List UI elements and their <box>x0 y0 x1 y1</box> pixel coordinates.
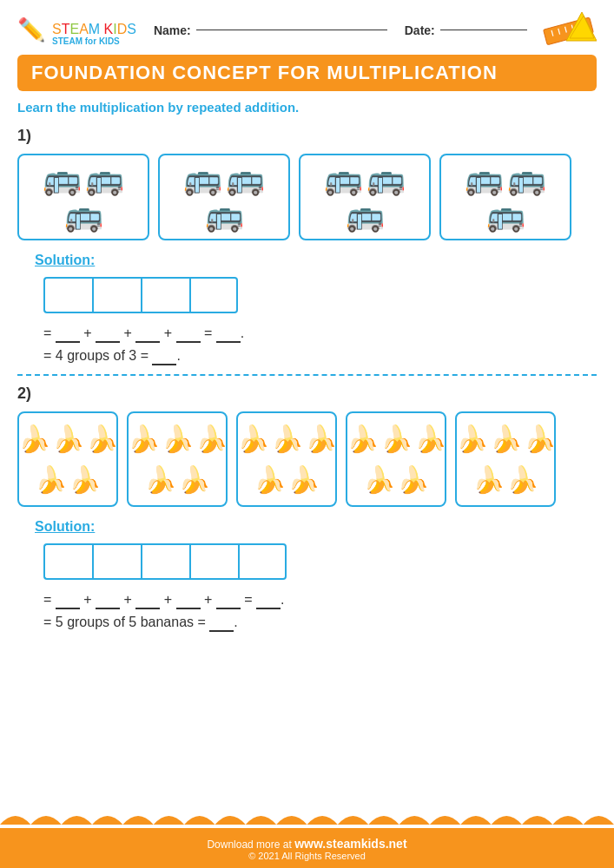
banana-icon: 🍌 <box>287 467 320 493</box>
date-label: Date: <box>405 23 435 37</box>
name-date-area: Name: Date: <box>154 23 540 37</box>
bus-box-3: 🚌 🚌 🚌 <box>299 154 431 240</box>
blank-answer-1[interactable] <box>152 348 176 365</box>
banana-icon: 🍌 <box>195 426 228 452</box>
banana-icon: 🍌 <box>69 467 101 493</box>
question-1: 1) 🚌 🚌 🚌 🚌 🚌 <box>17 127 597 365</box>
logo-pencil-icon: ✏️ <box>17 16 45 43</box>
blank-1[interactable] <box>56 326 80 343</box>
banana-icon: 🍌 <box>363 467 395 493</box>
logo-subtitle: STEAM for KIDS <box>52 36 120 46</box>
bus-box-4: 🚌 🚌 🚌 <box>439 154 571 240</box>
banana-box-4: 🍌 🍌 🍌 🍌 🍌 <box>346 411 446 507</box>
blank-2-6[interactable] <box>256 592 281 609</box>
bus-icon: 🚌 <box>486 200 525 231</box>
footer-download: Download more at www.steamkids.net <box>0 837 614 851</box>
answer-box-1b[interactable] <box>92 277 141 313</box>
blank-2[interactable] <box>96 326 120 343</box>
bus-box-2: 🚌 🚌 🚌 <box>158 154 290 240</box>
blank-2-1[interactable] <box>56 592 80 609</box>
answer-box-2b[interactable] <box>92 543 141 580</box>
answer-box-2a[interactable] <box>43 543 92 580</box>
title-text: FOUNDATION CONCEPT FOR MULTIPLICATION <box>31 62 498 84</box>
bus-icon: 🚌 <box>43 163 82 194</box>
bus-box-1: 🚌 🚌 🚌 <box>17 154 149 240</box>
answer-box-2c[interactable] <box>141 543 189 580</box>
bus-icon: 🚌 <box>205 200 244 231</box>
question-1-images: 🚌 🚌 🚌 🚌 🚌 🚌 <box>17 154 597 240</box>
page: ✏️ STEAM KIDS STEAM for KIDS Name: Date: <box>0 0 614 868</box>
answer-box-1d[interactable] <box>189 277 238 313</box>
banana-icon: 🍌 <box>456 426 488 452</box>
equation-2: = + + + + = . <box>43 592 597 609</box>
blank-5[interactable] <box>216 326 241 343</box>
bus-icon: 🚌 <box>465 163 504 194</box>
banana-box-1: 🍌 🍌 🍌 🍌 🍌 <box>17 411 118 507</box>
banana-icon: 🍌 <box>305 426 337 452</box>
divider <box>17 374 597 376</box>
blank-2-3[interactable] <box>135 592 160 609</box>
logo-text: STEAM KIDS <box>52 14 136 38</box>
banana-icon: 🍌 <box>162 426 194 452</box>
date-input-line[interactable] <box>440 30 527 30</box>
blank-2-4[interactable] <box>176 592 201 609</box>
footer-download-text: Download more at <box>207 838 291 851</box>
question-2-number: 2) <box>17 385 597 403</box>
banana-icon: 🍌 <box>86 426 118 452</box>
answer-boxes-2 <box>43 543 597 580</box>
bus-icon: 🚌 <box>226 163 265 194</box>
blank-2-2[interactable] <box>96 592 120 609</box>
bus-icon: 🚌 <box>183 163 222 194</box>
answer-box-2e[interactable] <box>238 543 287 580</box>
banana-icon: 🍌 <box>128 426 160 452</box>
name-label: Name: <box>154 23 191 37</box>
banana-icon: 🍌 <box>52 426 84 452</box>
answer-box-1a[interactable] <box>43 277 92 313</box>
bus-icon: 🚌 <box>366 163 406 194</box>
banana-box-3: 🍌 🍌 🍌 🍌 🍌 <box>236 411 337 507</box>
bus-icon: 🚌 <box>346 200 385 231</box>
name-input-line[interactable] <box>196 30 387 30</box>
question-2: 2) 🍌 🍌 🍌 🍌 🍌 🍌 <box>17 385 597 632</box>
content: 1) 🚌 🚌 🚌 🚌 🚌 <box>0 120 614 807</box>
header: ✏️ STEAM KIDS STEAM for KIDS Name: Date: <box>0 0 614 55</box>
answer-boxes-1 <box>43 277 597 313</box>
banana-icon: 🍌 <box>524 426 556 452</box>
groups-line-2: = 5 groups of 5 bananas = . <box>43 615 597 632</box>
banana-icon: 🍌 <box>178 467 210 493</box>
solution-2-label: Solution: <box>35 519 597 535</box>
blank-3[interactable] <box>135 326 160 343</box>
banana-icon: 🍌 <box>144 467 176 493</box>
scallop-edge <box>0 807 614 825</box>
solution-1-label: Solution: <box>35 253 597 268</box>
ruler-icon <box>540 10 597 49</box>
banana-box-5: 🍌 🍌 🍌 🍌 🍌 <box>455 411 556 507</box>
banana-icon: 🍌 <box>414 426 446 452</box>
question-2-images: 🍌 🍌 🍌 🍌 🍌 🍌 🍌 🍌 <box>17 411 597 507</box>
banana-icon: 🍌 <box>18 426 50 452</box>
banana-box-2: 🍌 🍌 🍌 🍌 🍌 <box>127 411 228 507</box>
blank-4[interactable] <box>176 326 201 343</box>
bus-icon: 🚌 <box>507 163 546 194</box>
footer-website: www.steamkids.net <box>294 837 406 851</box>
banana-icon: 🍌 <box>506 467 538 493</box>
date-line: Date: <box>405 23 527 37</box>
banana-icon: 🍌 <box>271 426 303 452</box>
equation-1: = + + + = . <box>43 326 597 343</box>
bus-icon: 🚌 <box>64 200 103 231</box>
logo: STEAM KIDS STEAM for KIDS <box>52 14 136 46</box>
bus-icon: 🚌 <box>85 163 124 194</box>
blank-2-5[interactable] <box>216 592 241 609</box>
banana-icon: 🍌 <box>380 426 413 452</box>
question-1-number: 1) <box>17 127 597 145</box>
banana-icon: 🍌 <box>472 467 505 493</box>
footer: Download more at www.steamkids.net © 202… <box>0 828 614 868</box>
banana-icon: 🍌 <box>35 467 67 493</box>
banana-icon: 🍌 <box>490 426 522 452</box>
answer-box-2d[interactable] <box>189 543 238 580</box>
blank-answer-2[interactable] <box>209 615 234 632</box>
name-line: Name: <box>154 23 387 37</box>
banana-icon: 🍌 <box>397 467 429 493</box>
footer-wrapper: Download more at www.steamkids.net © 202… <box>0 807 614 868</box>
answer-box-1c[interactable] <box>141 277 189 313</box>
